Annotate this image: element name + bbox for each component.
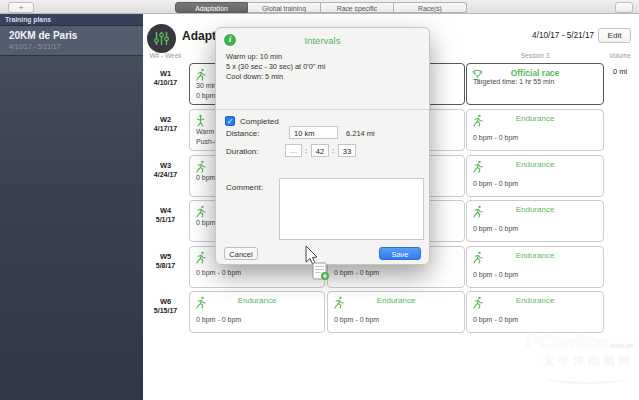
- tab-adaptation[interactable]: Adaptation: [175, 2, 248, 13]
- tab-race-specific[interactable]: Race specific: [321, 2, 394, 13]
- comment-textarea[interactable]: [279, 178, 424, 240]
- strength-icon: [195, 113, 207, 126]
- week-number: W4: [143, 206, 188, 215]
- week-date: 4/17/17: [143, 124, 188, 133]
- toolbar: + AdaptationGlobal trainingRace specific…: [0, 0, 639, 14]
- workout-detail: 0 bpm - 0 bpm: [473, 316, 518, 323]
- sidebar: Training plans 20KM de Paris 4/10/17 - 5…: [0, 14, 143, 400]
- workout-card[interactable]: Endurance0 bpm - 0 bpm: [466, 109, 604, 151]
- sidebar-item-training-plan[interactable]: 20KM de Paris 4/10/17 - 5/21/17: [0, 26, 143, 56]
- workout-description: Warm up: 10 min 5 x (30 sec - 30 sec) at…: [226, 52, 325, 82]
- week-number: W5: [143, 252, 188, 261]
- week-number: W6: [143, 297, 188, 306]
- column-header-volume: Volume: [602, 52, 638, 59]
- watermark-brand: PConline.com.cn: [526, 333, 633, 355]
- week-number: W3: [143, 161, 188, 170]
- week-label: W24/17/17: [143, 115, 188, 133]
- tab-global-training[interactable]: Global training: [248, 2, 321, 13]
- week-label: W34/24/17: [143, 161, 188, 179]
- week-label: W45/1/17: [143, 206, 188, 224]
- watermark-chinese: 太平洋电脑网: [526, 355, 633, 368]
- distance-converted: 6.214 mi: [346, 129, 375, 138]
- week-label: W65/15/17: [143, 297, 188, 315]
- workout-title: Endurance: [481, 160, 589, 169]
- workout-title: Endurance: [481, 296, 589, 305]
- week-label: W55/8/17: [143, 252, 188, 270]
- workout-detail: 0 bpm - 0 bpm: [473, 271, 518, 278]
- week-number: W1: [143, 69, 188, 78]
- edit-button[interactable]: Edit: [598, 28, 631, 43]
- watermark: PConline.com.cn 太平洋电脑网: [526, 333, 633, 384]
- workout-detail: 0 bpm - 0 bpm: [196, 316, 241, 323]
- completed-label: Completed: [240, 117, 279, 126]
- workout-detail: 0 bpm - 0 bpm: [473, 180, 518, 187]
- app-window: + AdaptationGlobal trainingRace specific…: [0, 0, 639, 400]
- toolbar-overflow-button[interactable]: [615, 2, 633, 13]
- tab-race-s-[interactable]: Race(s): [394, 2, 467, 13]
- workout-card[interactable]: Endurance0 bpm - 0 bpm: [327, 291, 465, 333]
- plan-date-range: 4/10/17 - 5/21/17: [508, 31, 594, 40]
- workout-detail: 0 bpm - 0 bpm: [334, 269, 379, 276]
- workout-detail: 30 min: [196, 82, 217, 89]
- phase-tabs: AdaptationGlobal trainingRace specificRa…: [175, 2, 467, 13]
- plan-name: 20KM de Paris: [9, 29, 134, 42]
- column-header-session3: Session 3: [466, 52, 604, 59]
- column-header-week: W# - Week: [143, 52, 188, 59]
- runner-icon: [195, 159, 207, 172]
- workout-card[interactable]: Endurance0 bpm - 0 bpm: [466, 291, 604, 333]
- week-date: 4/10/17: [143, 78, 188, 87]
- duration-hours-field[interactable]: ---: [285, 144, 302, 157]
- sidebar-header: Training plans: [0, 14, 143, 26]
- workout-detail: 0 bpm - 0 bpm: [473, 134, 518, 141]
- workout-title: Endurance: [481, 251, 589, 260]
- duration-seconds-field[interactable]: 33: [338, 144, 356, 157]
- completed-checkbox[interactable]: ✓: [225, 116, 235, 126]
- workout-card[interactable]: Endurance0 bpm - 0 bpm: [189, 291, 325, 333]
- workout-card[interactable]: Endurance0 bpm - 0 bpm: [466, 246, 604, 288]
- week-date: 5/15/17: [143, 306, 188, 315]
- volume-value: 0 mi: [602, 67, 638, 76]
- runner-icon: [195, 250, 207, 263]
- week-label: W14/10/17: [143, 69, 188, 87]
- workout-detail: 0 bpm - 0 bpm: [334, 316, 379, 323]
- add-plan-button[interactable]: +: [8, 2, 34, 13]
- adaptation-sliders-icon: [147, 24, 176, 53]
- runner-icon: [195, 204, 207, 217]
- workout-card[interactable]: Endurance0 bpm - 0 bpm: [466, 200, 604, 242]
- workout-detail: 0 bpm - 0 bpm: [196, 269, 241, 276]
- plan-dates: 4/10/17 - 5/21/17: [9, 42, 134, 51]
- distance-label: Distance:: [226, 129, 259, 138]
- watermark-swoosh: [545, 370, 629, 384]
- workout-title: Endurance: [481, 114, 589, 123]
- workout-card[interactable]: Endurance0 bpm - 0 bpm: [466, 155, 604, 197]
- week-number: W2: [143, 115, 188, 124]
- duration-minutes-field[interactable]: 42: [311, 144, 329, 157]
- workout-card[interactable]: Official raceTargeted time: 1 hr 55 min: [466, 63, 604, 105]
- cancel-button[interactable]: Cancel: [224, 247, 258, 260]
- week-date: 4/24/17: [143, 170, 188, 179]
- duration-separator: :: [305, 146, 307, 155]
- workout-title: Official race: [481, 68, 589, 78]
- workout-detail: 0 bpm - 0 bpm: [473, 225, 518, 232]
- runner-icon: [195, 67, 207, 80]
- distance-input[interactable]: 10 km: [289, 126, 338, 139]
- comment-label: Comment:: [226, 183, 263, 192]
- duration-separator: :: [332, 146, 334, 155]
- workout-title: Endurance: [204, 296, 310, 305]
- week-date: 5/1/17: [143, 215, 188, 224]
- week-date: 5/8/17: [143, 261, 188, 270]
- popover-divider: [216, 109, 429, 110]
- duration-label: Duration:: [226, 147, 258, 156]
- popover-title: Intervals: [246, 35, 399, 46]
- workout-popover: i Intervals Warm up: 10 min 5 x (30 sec …: [215, 27, 430, 265]
- info-icon: i: [224, 34, 236, 46]
- save-button[interactable]: Save: [379, 247, 421, 260]
- workout-detail: Targeted time: 1 hr 55 min: [473, 78, 554, 85]
- workout-title: Endurance: [481, 205, 589, 214]
- workout-title: Endurance: [342, 296, 450, 305]
- drag-copy-cursor-icon: [303, 245, 330, 287]
